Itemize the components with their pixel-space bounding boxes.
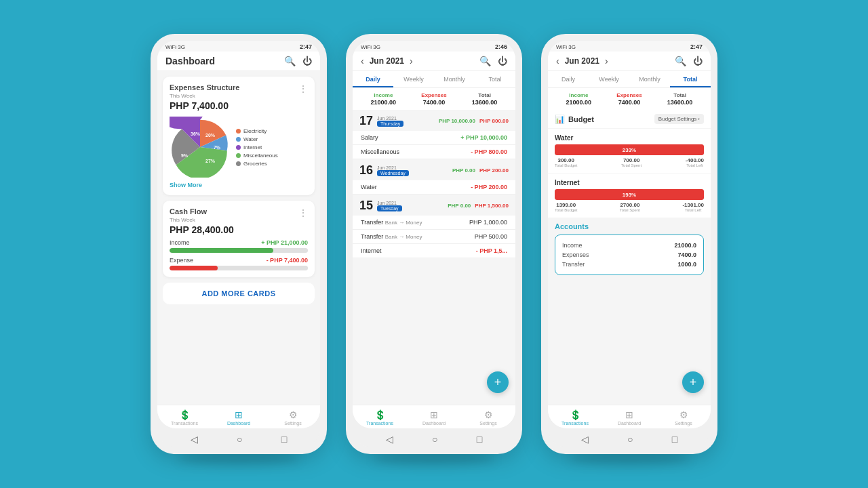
cashflow-header: Cash Flow This Week PHP 28,400.00 ⋮ bbox=[170, 207, 308, 235]
recents-icon-3[interactable]: □ bbox=[672, 434, 677, 445]
show-more-btn[interactable]: Show More bbox=[170, 182, 308, 188]
tx-misc[interactable]: Miscellaneous - PHP 800.00 bbox=[353, 145, 515, 159]
back-icon-1[interactable]: ◁ bbox=[191, 434, 198, 445]
tx-transfer-1-name: Transfer bbox=[361, 219, 385, 226]
fab-2[interactable]: + bbox=[487, 371, 509, 393]
recents-icon-1[interactable]: □ bbox=[281, 434, 287, 445]
tab-weekly-3[interactable]: Weekly bbox=[589, 71, 629, 87]
tx-transfer-1[interactable]: Transfer Bank → Money PHP 1,000.00 bbox=[353, 216, 515, 230]
budget-title: Budget bbox=[568, 115, 594, 123]
cashflow-this-week: This Week bbox=[170, 217, 234, 223]
internet-total-spent: 2700.00 Total Spent bbox=[620, 202, 640, 212]
tab-total-2[interactable]: Total bbox=[475, 71, 515, 87]
add-more-cards-btn[interactable]: ADD MORE CARDS bbox=[163, 283, 315, 304]
home-icon-2[interactable]: ○ bbox=[432, 434, 437, 445]
prev-month-2[interactable]: ‹ bbox=[361, 56, 364, 66]
tx-info-15: Jun 2021 Tuesday bbox=[377, 201, 402, 211]
tx-weekday-16: Wednesday bbox=[377, 170, 409, 176]
tx-exp-16: PHP 200.00 bbox=[479, 167, 509, 174]
expense-value: - PHP 7,400.00 bbox=[267, 257, 308, 264]
nav-settings-2[interactable]: ⚙ Settings bbox=[461, 409, 515, 426]
internet-left-val: -1301.00 bbox=[682, 202, 704, 208]
transactions-icon-1: 💲 bbox=[179, 409, 191, 420]
home-icon-1[interactable]: ○ bbox=[237, 434, 242, 445]
nav-dashboard-2[interactable]: ⊞ Dashboard bbox=[407, 409, 461, 426]
total-val-3: 13600.00 bbox=[667, 99, 693, 106]
tab-monthly-3[interactable]: Monthly bbox=[629, 71, 670, 87]
back-icon-2[interactable]: ◁ bbox=[386, 434, 393, 445]
home-icon-3[interactable]: ○ bbox=[627, 434, 633, 445]
income-label: Income bbox=[170, 239, 190, 246]
groceries-dot bbox=[236, 161, 241, 166]
tx-water[interactable]: Water - PHP 200.00 bbox=[353, 180, 515, 195]
nav-settings-3[interactable]: ⚙ Settings bbox=[656, 409, 711, 426]
tab-monthly-2[interactable]: Monthly bbox=[434, 71, 475, 87]
search-icon-2[interactable]: 🔍 bbox=[479, 56, 491, 66]
cashflow-menu-icon[interactable]: ⋮ bbox=[298, 207, 308, 218]
tx-weekday-15: Tuesday bbox=[377, 205, 402, 211]
transactions-label-1: Transactions bbox=[171, 421, 198, 426]
expenses-menu-icon[interactable]: ⋮ bbox=[298, 83, 308, 94]
tab-daily-2[interactable]: Daily bbox=[353, 71, 393, 87]
nav-dashboard-1[interactable]: ⊞ Dashboard bbox=[212, 409, 266, 426]
tx-day-15: 15 bbox=[359, 199, 373, 213]
power-icon-3[interactable]: ⏻ bbox=[693, 56, 703, 66]
income-value: + PHP 21,000.00 bbox=[261, 239, 308, 246]
tabs-3: Daily Weekly Monthly Total bbox=[548, 71, 711, 88]
nav-settings-1[interactable]: ⚙ Settings bbox=[266, 409, 320, 426]
search-icon-3[interactable]: 🔍 bbox=[675, 56, 686, 66]
tx-salary[interactable]: Salary + PHP 10,000.00 bbox=[353, 131, 515, 145]
tx-weekday-17: Thursday bbox=[377, 121, 403, 127]
accounts-income-row: Income 21000.0 bbox=[562, 241, 696, 250]
svg-text:7%: 7% bbox=[214, 145, 221, 150]
water-bar-bg: 233% bbox=[555, 144, 704, 155]
top-bar-3: ‹ Jun 2021 › 🔍 ⏻ bbox=[548, 52, 711, 71]
recents-icon-2[interactable]: □ bbox=[477, 434, 482, 445]
prev-month-3[interactable]: ‹ bbox=[556, 56, 559, 66]
accounts-transfer-label: Transfer bbox=[562, 261, 585, 268]
tx-transfer-2[interactable]: Transfer Bank → Money PHP 500.00 bbox=[353, 230, 515, 244]
fab-3[interactable]: + bbox=[682, 371, 704, 393]
water-dot bbox=[236, 137, 241, 142]
back-icon-3[interactable]: ◁ bbox=[581, 434, 589, 445]
accounts-income-val: 21000.0 bbox=[674, 242, 696, 249]
legend-misc: Miscellaneous bbox=[236, 152, 308, 159]
tx-salary-name: Salary bbox=[361, 134, 378, 141]
groceries-label: Groceries bbox=[243, 161, 267, 167]
tx-water-name: Water bbox=[361, 184, 377, 190]
phone-dashboard: WiFi 3G 2:47 Dashboard 🔍 ⏻ Expenses Stru… bbox=[151, 34, 327, 454]
power-icon-2[interactable]: ⏻ bbox=[498, 56, 507, 66]
internet-total-budget: 1399.00 Total Budget bbox=[555, 202, 577, 212]
bottom-nav-2: 💲 Transactions ⊞ Dashboard ⚙ Settings bbox=[353, 405, 515, 428]
expenses-legend: Electricity Water Internet Miscella bbox=[236, 128, 308, 167]
tx-internet[interactable]: Internet - PHP 1,5... bbox=[353, 244, 515, 258]
water-budget-name: Water bbox=[555, 134, 704, 142]
accounts-expense-val: 7400.0 bbox=[677, 251, 696, 258]
next-month-2[interactable]: › bbox=[410, 56, 413, 66]
tx-date-left-17: 17 Jun 2021 Thursday bbox=[359, 114, 403, 128]
internet-bar-pct: 193% bbox=[623, 192, 636, 198]
internet-dot bbox=[236, 145, 241, 150]
tx-info-17: Jun 2021 Thursday bbox=[377, 116, 403, 127]
month-nav-2: ‹ Jun 2021 › bbox=[361, 56, 413, 66]
nav-dashboard-3[interactable]: ⊞ Dashboard bbox=[602, 409, 656, 426]
electricity-label: Electricity bbox=[243, 128, 267, 134]
expenses-structure-card: Expenses Structure This Week PHP 7,400.0… bbox=[163, 77, 315, 195]
tab-weekly-2[interactable]: Weekly bbox=[393, 71, 434, 87]
nav-transactions-2[interactable]: 💲 Transactions bbox=[353, 409, 407, 426]
tx-water-amount: - PHP 200.00 bbox=[471, 184, 507, 190]
dashboard-icon-3: ⊞ bbox=[625, 409, 633, 420]
budget-settings-btn[interactable]: Budget Settings › bbox=[654, 114, 704, 124]
tab-daily-3[interactable]: Daily bbox=[548, 71, 589, 87]
tx-transfer-1-sub: Bank → Money bbox=[385, 220, 422, 226]
nav-transactions-1[interactable]: 💲 Transactions bbox=[157, 409, 212, 426]
totals-total-2: Total 13600.00 bbox=[472, 92, 498, 106]
nav-transactions-3[interactable]: 💲 Transactions bbox=[548, 409, 602, 426]
next-month-3[interactable]: › bbox=[605, 56, 608, 66]
phone-budget: WiFi 3G 2:47 ‹ Jun 2021 › 🔍 ⏻ Daily Week… bbox=[541, 34, 717, 454]
search-icon[interactable]: 🔍 bbox=[284, 56, 296, 66]
tab-total-3[interactable]: Total bbox=[670, 71, 711, 87]
power-icon[interactable]: ⏻ bbox=[302, 56, 312, 66]
income-val-3: 21000.00 bbox=[566, 99, 592, 106]
expense-lbl-3: Expenses bbox=[616, 92, 642, 98]
